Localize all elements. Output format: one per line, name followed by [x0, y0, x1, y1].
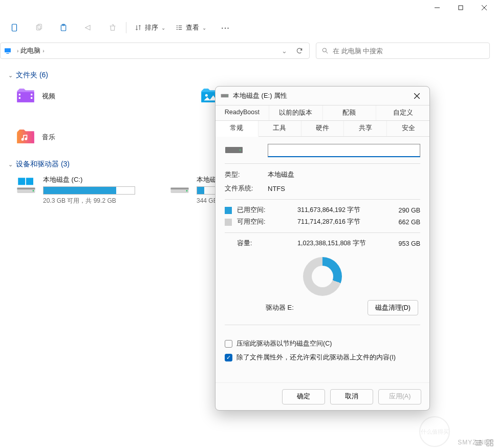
svg-rect-20	[17, 188, 35, 190]
used-color-swatch	[225, 207, 232, 214]
svg-rect-9	[5, 48, 11, 52]
tab-quota[interactable]: 配额	[323, 105, 377, 120]
tab-security[interactable]: 安全	[387, 121, 429, 136]
group-header-folders[interactable]: ⌄ 文件夹 (6)	[8, 71, 488, 80]
share-button[interactable]	[78, 18, 98, 37]
more-button[interactable]: ···	[215, 18, 236, 37]
music-icon	[15, 127, 36, 147]
svg-line-12	[326, 52, 328, 54]
chevron-right-icon: ›	[40, 48, 46, 54]
disk-cleanup-button[interactable]: 磁盘清理(D)	[368, 300, 418, 315]
compress-label: 压缩此驱动器以节约磁盘空间(C)	[236, 339, 332, 348]
view-label: 查看	[186, 23, 199, 32]
tab-general[interactable]: 常规	[215, 121, 258, 137]
filesystem-value: NTFS	[268, 185, 285, 193]
drive-item-c[interactable]: 本地磁盘 (C:) 20.3 GB 可用，共 99.2 GB	[15, 175, 138, 205]
svg-rect-10	[6, 53, 9, 54]
svg-rect-6	[38, 24, 41, 29]
svg-point-17	[205, 94, 208, 97]
address-dropdown-button[interactable]: ⌄	[276, 47, 292, 55]
group-header-label: 文件夹 (6)	[16, 71, 48, 80]
free-space-label: 可用空间:	[237, 218, 277, 226]
svg-rect-36	[490, 443, 493, 446]
properties-dialog: 本地磁盘 (E:) 属性 ReadyBoost 以前的版本 配额 自定义 常规 …	[215, 86, 430, 411]
usage-pie-chart	[303, 257, 342, 296]
window-titlebar	[0, 0, 496, 15]
tab-hardware[interactable]: 硬件	[301, 121, 344, 136]
status-bar-view-icons	[475, 439, 494, 447]
drive-icon	[221, 92, 229, 99]
search-input[interactable]	[333, 47, 484, 55]
tab-sharing[interactable]: 共享	[344, 121, 387, 136]
chevron-down-icon: ⌄	[8, 72, 13, 79]
drive-icon	[15, 175, 37, 197]
copy-button[interactable]	[29, 18, 49, 37]
svg-rect-15	[31, 94, 32, 95]
tab-readyboost[interactable]: ReadyBoost	[215, 105, 269, 120]
svg-rect-5	[36, 25, 40, 30]
type-label: 类型:	[225, 170, 268, 179]
svg-rect-25	[171, 188, 189, 190]
folder-item-music[interactable]: 音乐	[15, 127, 118, 147]
svg-rect-14	[19, 97, 20, 99]
address-bar[interactable]: › 此电脑 › ⌄	[0, 42, 310, 59]
svg-point-32	[240, 149, 241, 150]
svg-point-26	[186, 190, 188, 191]
new-item-button[interactable]	[4, 18, 25, 37]
close-button[interactable]	[472, 0, 496, 15]
breadcrumb-current[interactable]: 此电脑	[20, 46, 40, 55]
folder-label: 视频	[42, 92, 55, 101]
svg-rect-23	[26, 178, 33, 185]
divider	[225, 163, 420, 164]
free-color-swatch	[225, 219, 232, 226]
minimize-button[interactable]	[425, 0, 449, 15]
ok-button[interactable]: 确定	[282, 389, 325, 404]
drive-subtext: 20.3 GB 可用，共 99.2 GB	[43, 197, 138, 205]
folder-label: 音乐	[42, 133, 55, 142]
search-box[interactable]	[316, 42, 490, 59]
free-space-bytes: 711,714,287,616 字节	[277, 218, 384, 226]
view-button[interactable]: 查看 ⌄	[170, 18, 211, 37]
svg-rect-33	[487, 440, 489, 442]
drive-large-icon	[225, 145, 243, 155]
chevron-down-icon: ⌄	[8, 161, 13, 168]
grid-view-icon[interactable]	[486, 439, 494, 447]
tab-previous-versions[interactable]: 以前的版本	[269, 105, 323, 120]
index-checkbox[interactable]: ✓	[225, 354, 232, 361]
used-space-bytes: 311,673,864,192 字节	[277, 206, 384, 215]
capacity-label: 容量:	[237, 239, 277, 248]
volume-name-input[interactable]	[268, 144, 420, 157]
toolbar: 排序 ⌄ 查看 ⌄ ···	[0, 15, 496, 40]
svg-point-28	[227, 95, 227, 96]
svg-rect-22	[18, 178, 25, 185]
refresh-button[interactable]	[292, 47, 307, 54]
capacity-gb: 953 GB	[384, 240, 420, 247]
capacity-bytes: 1,023,388,151,808 字节	[277, 239, 384, 248]
toolbar-separator	[126, 22, 126, 33]
drive-usage-bar	[43, 186, 135, 195]
address-row: › 此电脑 › ⌄	[0, 40, 496, 61]
folder-item-videos[interactable]: 视频	[15, 86, 118, 106]
dialog-title: 本地磁盘 (E:) 属性	[233, 91, 287, 100]
sort-button[interactable]: 排序 ⌄	[130, 18, 170, 37]
refresh-icon	[296, 47, 303, 54]
chevron-down-icon: ⌄	[161, 25, 165, 31]
delete-button[interactable]	[102, 18, 123, 37]
paste-button[interactable]	[53, 18, 74, 37]
divider	[225, 325, 420, 325]
maximize-button[interactable]	[449, 0, 472, 15]
dialog-close-button[interactable]	[409, 88, 424, 103]
tab-customize[interactable]: 自定义	[376, 105, 429, 120]
videos-icon	[15, 86, 36, 106]
dialog-tabs: ReadyBoost 以前的版本 配额 自定义 常规 工具 硬件 共享 安全	[215, 105, 429, 137]
drive-letter-label: 驱动器 E:	[266, 303, 294, 312]
svg-rect-4	[12, 24, 17, 31]
apply-button[interactable]: 应用(A)	[378, 389, 421, 404]
cancel-button[interactable]: 取消	[330, 389, 373, 404]
tab-tools[interactable]: 工具	[258, 121, 301, 136]
used-space-label: 已用空间:	[237, 206, 277, 215]
compress-checkbox[interactable]	[225, 340, 232, 348]
type-value: 本地磁盘	[268, 170, 294, 179]
details-view-icon[interactable]	[475, 439, 483, 447]
used-space-gb: 290 GB	[384, 207, 420, 214]
